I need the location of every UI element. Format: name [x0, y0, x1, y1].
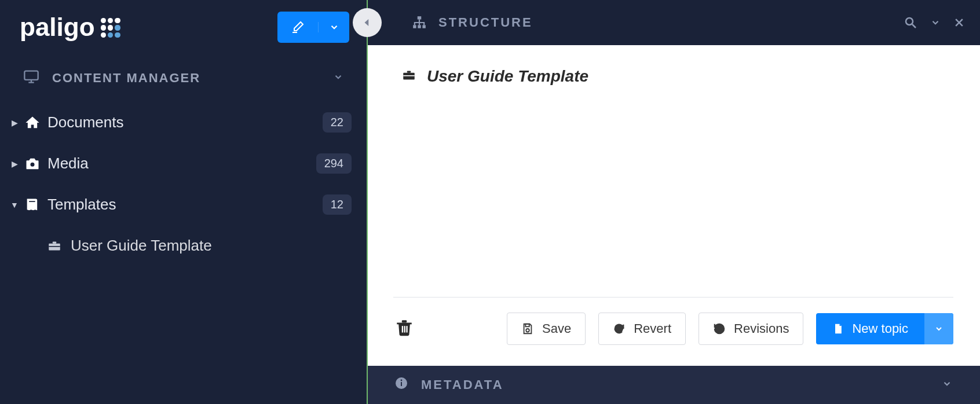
save-label: Save — [542, 321, 571, 336]
svg-rect-11 — [418, 25, 420, 28]
svg-point-26 — [526, 329, 529, 332]
collapse-panel-button[interactable] — [353, 8, 382, 37]
sidebar-item-label: Media — [44, 155, 316, 172]
sidebar-item-media[interactable]: ▶ Media 294 — [0, 143, 367, 184]
sidebar-item-label: Documents — [44, 113, 323, 131]
svg-marker-8 — [365, 19, 369, 26]
svg-line-14 — [912, 24, 916, 28]
create-dropdown-button[interactable] — [318, 22, 349, 32]
history-icon — [713, 322, 726, 335]
sidebar-item-documents[interactable]: ▶ Documents 22 — [0, 102, 367, 143]
content-manager-header[interactable]: CONTENT MANAGER — [0, 51, 367, 102]
document-title-row[interactable]: User Guide Template — [401, 67, 945, 86]
svg-point-30 — [401, 380, 403, 381]
camera-icon — [21, 156, 44, 172]
document-title: User Guide Template — [427, 67, 588, 86]
home-icon — [21, 115, 44, 131]
main-panel: STRUCTURE User Guide Template — [367, 0, 980, 404]
svg-rect-10 — [413, 25, 416, 28]
svg-marker-27 — [840, 324, 842, 326]
save-icon — [521, 322, 534, 335]
count-badge: 294 — [316, 153, 352, 174]
svg-rect-18 — [407, 71, 411, 72]
chevron-down-icon — [333, 71, 343, 86]
svg-rect-12 — [422, 25, 425, 28]
logo-text: paligo — [20, 13, 95, 42]
structure-canvas: User Guide Template Save Revert Revision… — [367, 45, 980, 366]
expand-icon[interactable]: ▶ — [8, 118, 21, 127]
file-icon — [832, 322, 844, 335]
svg-point-3 — [31, 162, 35, 166]
sidebar: paligo CONTENT MANAGER ▶ — [0, 0, 367, 404]
content-manager-label: CONTENT MANAGER — [52, 71, 200, 86]
briefcase-icon — [43, 238, 66, 254]
accent-strip — [367, 0, 368, 404]
save-button[interactable]: Save — [507, 313, 586, 345]
svg-rect-25 — [525, 324, 529, 327]
sidebar-item-label: Templates — [44, 196, 323, 214]
delete-button[interactable] — [394, 318, 414, 340]
monitor-icon — [23, 68, 39, 88]
sidebar-item-templates[interactable]: ▼ Templates 12 — [0, 184, 367, 225]
svg-rect-0 — [24, 71, 38, 80]
refresh-icon — [613, 322, 626, 335]
svg-rect-6 — [53, 241, 57, 243]
svg-rect-7 — [49, 246, 60, 247]
revert-label: Revert — [634, 321, 671, 336]
new-topic-label: New topic — [852, 321, 908, 336]
structure-header: STRUCTURE — [367, 0, 980, 45]
svg-rect-21 — [397, 323, 412, 325]
sidebar-header: paligo — [0, 0, 367, 51]
app-logo[interactable]: paligo — [20, 13, 277, 42]
structure-label: STRUCTURE — [438, 15, 533, 30]
svg-rect-24 — [406, 326, 407, 332]
create-button[interactable] — [277, 12, 349, 43]
revisions-button[interactable]: Revisions — [699, 313, 803, 345]
svg-rect-19 — [403, 75, 415, 76]
canvas-toolbar: Save Revert Revisions New topic — [393, 297, 953, 366]
structure-dropdown-button[interactable] — [930, 17, 941, 28]
svg-point-13 — [906, 18, 913, 25]
svg-rect-23 — [404, 326, 405, 332]
structure-title: STRUCTURE — [412, 15, 533, 30]
collapse-icon[interactable]: ▼ — [8, 200, 21, 210]
new-topic-button[interactable]: New topic — [816, 313, 953, 344]
metadata-label: METADATA — [421, 377, 504, 392]
svg-rect-29 — [401, 382, 402, 386]
edit-icon[interactable] — [277, 20, 318, 34]
close-button[interactable] — [953, 17, 965, 28]
svg-rect-9 — [418, 16, 422, 19]
search-button[interactable] — [904, 16, 917, 30]
svg-rect-22 — [402, 326, 403, 332]
logo-dots-icon — [101, 18, 120, 38]
canvas-body: User Guide Template — [367, 45, 980, 297]
count-badge: 12 — [323, 194, 352, 215]
briefcase-icon — [401, 68, 416, 85]
expand-icon[interactable]: ▶ — [8, 159, 21, 168]
revert-button[interactable]: Revert — [598, 313, 686, 345]
structure-actions — [904, 16, 965, 30]
sitemap-icon — [412, 15, 427, 30]
info-icon — [394, 376, 408, 394]
new-topic-dropdown-button[interactable] — [924, 313, 953, 344]
metadata-header[interactable]: METADATA — [367, 366, 980, 404]
chevron-down-icon — [942, 377, 952, 392]
svg-rect-20 — [402, 320, 407, 322]
revisions-label: Revisions — [734, 321, 789, 336]
sidebar-item-user-guide-template[interactable]: User Guide Template — [0, 225, 367, 266]
book-icon — [21, 197, 44, 213]
sidebar-child-label: User Guide Template — [66, 237, 212, 255]
count-badge: 22 — [323, 112, 352, 133]
